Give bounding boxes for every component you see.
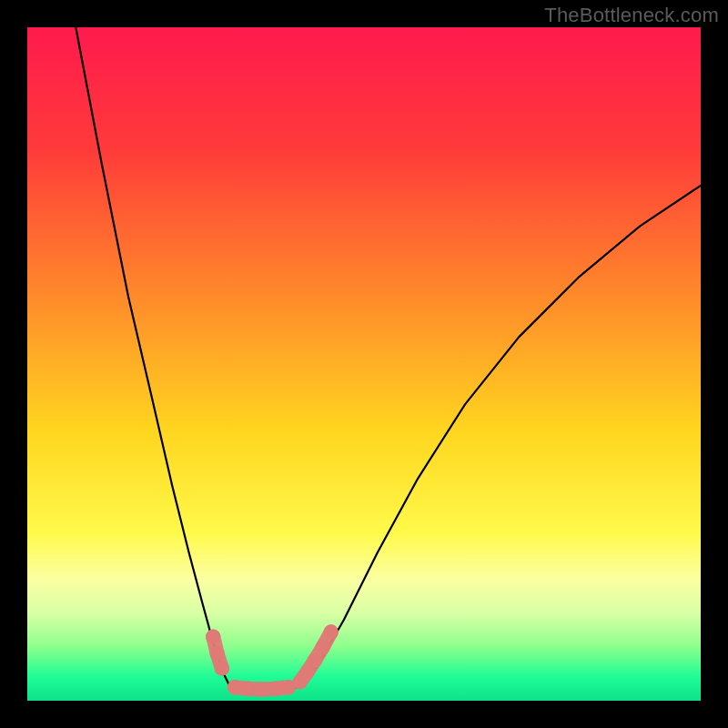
bottom_marker_cluster-bead (254, 682, 268, 696)
chart-frame: TheBottleneck.com (0, 0, 728, 728)
left_marker_cluster-bead (206, 630, 220, 644)
right_marker_cluster-bead (316, 640, 330, 654)
bottom_marker_cluster-bead (228, 680, 242, 694)
left_marker_cluster-bead (215, 661, 229, 675)
right_marker_cluster-bead (308, 652, 322, 667)
curve-path (76, 27, 701, 689)
bottom_marker_cluster-bead (268, 681, 282, 695)
watermark-text: TheBottleneck.com (544, 4, 719, 27)
marker-annotations (206, 624, 339, 696)
plot-area (27, 27, 701, 701)
bottleneck-curve (76, 27, 701, 689)
curve-layer (27, 27, 701, 701)
right_marker_cluster-bead (324, 624, 339, 639)
left_marker_cluster-bead (209, 646, 224, 661)
bottom_marker_cluster-bead (241, 681, 256, 695)
